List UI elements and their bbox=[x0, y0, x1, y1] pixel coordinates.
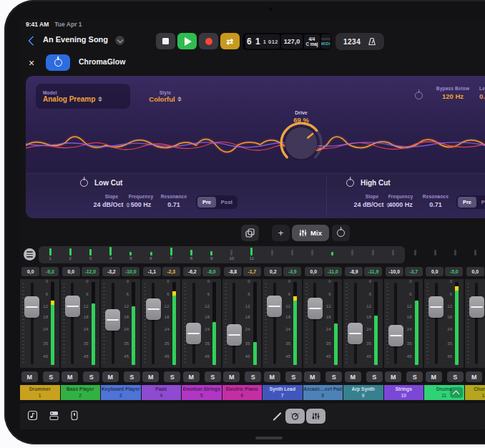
fader-cap[interactable] bbox=[428, 296, 444, 318]
overview-slot[interactable] bbox=[425, 246, 445, 263]
plugins-icon[interactable] bbox=[70, 410, 79, 424]
overview-slot[interactable] bbox=[302, 246, 322, 263]
volume-value[interactable]: -3,2 bbox=[102, 267, 120, 276]
mute-button[interactable]: M bbox=[385, 371, 401, 382]
record-button[interactable] bbox=[199, 33, 218, 49]
track-name-tile[interactable]: Drums11 bbox=[424, 385, 465, 400]
solo-button[interactable]: S bbox=[325, 371, 342, 382]
overview-slot[interactable] bbox=[466, 246, 485, 263]
peak-value[interactable]: -2,3 bbox=[162, 267, 180, 276]
channel-strip[interactable]: 061218243545 bbox=[424, 279, 465, 368]
low-cut-frequency[interactable]: Frequency 500 Hz bbox=[122, 194, 160, 208]
high-cut-resonance[interactable]: Resonance 0.71 bbox=[418, 194, 454, 208]
volume-value[interactable]: -6,2 bbox=[183, 267, 201, 276]
overview-slot[interactable] bbox=[262, 246, 282, 263]
track-name-tile[interactable]: Arcade…eet Pad8 bbox=[303, 385, 344, 400]
channel-strip[interactable]: 061218243545 bbox=[142, 279, 182, 368]
overview-slot[interactable] bbox=[445, 246, 465, 263]
fader-cap[interactable] bbox=[469, 296, 484, 318]
song-menu-button[interactable] bbox=[115, 36, 124, 45]
solo-button[interactable]: S bbox=[245, 371, 261, 382]
stack-collapse-button[interactable] bbox=[450, 387, 463, 398]
lcd-display[interactable]: 00 6 1 1 012 127,0 4/4 C maj MIDI bbox=[242, 33, 331, 50]
copy-button[interactable] bbox=[241, 225, 259, 241]
faders-view-button[interactable] bbox=[306, 409, 325, 424]
overview-slot[interactable] bbox=[343, 246, 363, 263]
channel-strip[interactable]: 061218243545 bbox=[343, 279, 384, 368]
close-icon[interactable]: × bbox=[29, 56, 34, 70]
overview-slot[interactable]: 3 bbox=[80, 246, 100, 263]
bypass-power-icon[interactable] bbox=[415, 92, 423, 99]
channel-strip[interactable]: 061218243545 bbox=[384, 279, 425, 368]
overview-slot[interactable]: 4 bbox=[101, 246, 121, 263]
play-button[interactable] bbox=[177, 33, 197, 49]
fader-cap[interactable] bbox=[267, 296, 282, 317]
post-button[interactable]: Post bbox=[217, 197, 236, 208]
track-name-tile[interactable]: Bass Player2 bbox=[61, 385, 102, 400]
pencil-icon[interactable] bbox=[273, 412, 281, 421]
high-cut-frequency[interactable]: Frequency 4000 Hz bbox=[382, 194, 419, 208]
stop-button[interactable] bbox=[156, 33, 175, 49]
fader-cap[interactable] bbox=[308, 298, 323, 319]
peak-value[interactable]: -8,0 bbox=[202, 267, 220, 276]
volume-value[interactable]: 0,2 bbox=[264, 267, 282, 276]
volume-value[interactable]: 0,0 bbox=[466, 267, 484, 276]
peak-value[interactable]: -1,7 bbox=[243, 267, 261, 276]
overview-slot[interactable]: 2 bbox=[60, 246, 80, 263]
fader-cap[interactable] bbox=[105, 309, 120, 331]
peak-value[interactable]: -3,9 bbox=[283, 267, 301, 276]
add-plugin-button[interactable]: + bbox=[272, 225, 290, 241]
channel-strip[interactable]: 061218243545 bbox=[182, 279, 222, 368]
mute-button[interactable]: M bbox=[21, 371, 38, 382]
track-name-tile[interactable]: Strings10 bbox=[384, 385, 425, 400]
mix-button[interactable]: Mix bbox=[292, 225, 329, 241]
overview-rest[interactable] bbox=[405, 246, 485, 263]
peak-value[interactable]: -5,0 bbox=[445, 267, 463, 276]
track-name-tile[interactable]: Drummer1 bbox=[20, 385, 61, 400]
channel-strip[interactable]: 061218243545 bbox=[303, 279, 344, 368]
song-title[interactable]: An Evening Song bbox=[43, 35, 108, 44]
solo-button[interactable]: S bbox=[43, 371, 59, 382]
high-cut-power-icon[interactable] bbox=[346, 179, 354, 187]
track-name-tile[interactable]: Keyboard Player3 bbox=[101, 385, 142, 400]
overview-slot[interactable] bbox=[405, 246, 425, 263]
channel-strip-view-button[interactable] bbox=[285, 409, 305, 424]
mute-button[interactable]: M bbox=[426, 371, 442, 382]
track-name-tile[interactable]: Electric Piano6 bbox=[222, 385, 263, 400]
fader-cap[interactable] bbox=[186, 323, 201, 344]
low-cut-power-icon[interactable] bbox=[80, 179, 88, 187]
browser-icon[interactable] bbox=[27, 410, 38, 424]
track-name-tile[interactable]: Chorus V12 bbox=[465, 385, 485, 400]
plugin-power-button[interactable] bbox=[46, 54, 70, 71]
solo-button[interactable]: S bbox=[205, 371, 221, 382]
overview-slot[interactable]: 7 bbox=[161, 246, 181, 263]
style-select[interactable]: Style Colorful bbox=[134, 84, 196, 109]
overview-slot[interactable]: 5 bbox=[121, 246, 141, 263]
overview-slot[interactable]: 9 bbox=[202, 246, 222, 263]
volume-value[interactable]: -8,9 bbox=[345, 267, 363, 276]
mute-button[interactable]: M bbox=[304, 371, 320, 382]
cycle-button[interactable]: ⇄ bbox=[220, 33, 240, 49]
solo-button[interactable]: S bbox=[366, 371, 383, 382]
overview-slot[interactable]: 6 bbox=[141, 246, 161, 263]
track-name-tile[interactable]: Pads4 bbox=[142, 385, 182, 400]
peak-value[interactable]: -9,3 bbox=[41, 267, 59, 276]
low-cut-resonance[interactable]: Resonance 0.71 bbox=[156, 194, 192, 208]
back-chevron-icon[interactable] bbox=[28, 36, 38, 46]
monitor-icon[interactable] bbox=[24, 248, 36, 260]
channel-strip[interactable]: 061218243545 bbox=[61, 279, 102, 368]
level-control[interactable]: Level 0.0 bbox=[479, 86, 485, 100]
overview-slot[interactable]: 11 bbox=[242, 246, 262, 263]
volume-value[interactable]: -10,0 bbox=[386, 267, 403, 276]
overview-slot[interactable]: 8 bbox=[181, 246, 201, 263]
fader-cap[interactable] bbox=[227, 324, 242, 346]
fader-cap[interactable] bbox=[65, 296, 80, 317]
mute-button[interactable]: M bbox=[102, 371, 119, 382]
peak-value[interactable]: -11,0 bbox=[324, 267, 342, 276]
channel-strip[interactable]: 061218243545 bbox=[101, 279, 142, 368]
track-name-tile[interactable]: Arp Synth9 bbox=[343, 385, 384, 400]
fader-cap[interactable] bbox=[348, 323, 363, 344]
volume-value[interactable]: 0,0 bbox=[426, 267, 444, 276]
channel-strip[interactable]: 061218243545 bbox=[20, 279, 61, 368]
overview-slot[interactable] bbox=[383, 246, 403, 263]
